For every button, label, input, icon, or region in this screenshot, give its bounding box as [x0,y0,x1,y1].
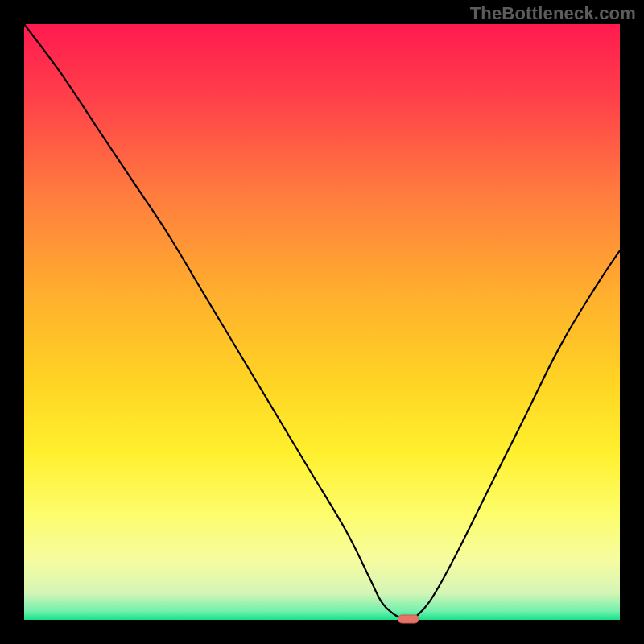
plot-background [24,24,620,620]
chart-frame: TheBottleneck.com [0,0,644,644]
optimal-marker [398,615,419,623]
watermark-text: TheBottleneck.com [470,3,636,24]
bottleneck-chart [0,0,644,644]
